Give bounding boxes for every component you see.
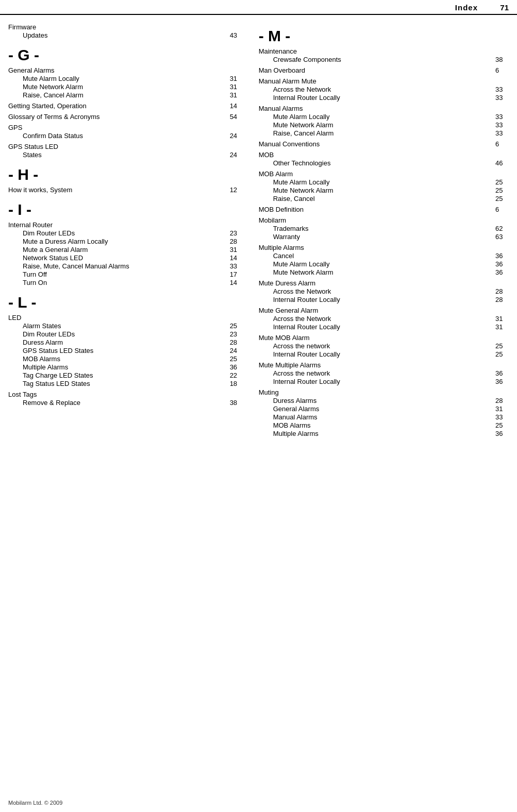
index-entry-top: Mute General Alarm: [259, 307, 509, 314]
index-entry-top: Man Overboard6: [259, 66, 509, 74]
entry-label: General Alarms: [8, 66, 243, 74]
index-entry-sub: Raise, Cancel Alarm33: [259, 129, 509, 137]
index-entry-top: Mute MOB Alarm: [259, 334, 509, 342]
index-entry-sub: Internal Router Locally28: [259, 296, 509, 303]
index-entry-sub: General Alarms31: [259, 405, 509, 413]
entry-label: Across the network: [273, 342, 492, 350]
entry-label: Raise, Cancel: [273, 195, 492, 202]
entry-label: General Alarms: [273, 405, 492, 413]
index-entry-sub: Mute Network Alarm36: [259, 268, 509, 276]
entry-page: 33: [492, 121, 509, 129]
entry-page: 28: [492, 287, 509, 295]
entry-page: 28: [227, 339, 243, 346]
section-header: - M -: [259, 27, 509, 44]
entry-page: 31: [492, 323, 509, 331]
index-entry-sub: Warranty63: [259, 233, 509, 241]
entry-page: 36: [492, 430, 509, 437]
entry-label: Mute MOB Alarm: [259, 334, 509, 342]
footer-text: Mobilarm Ltd. © 2009: [8, 800, 62, 806]
entry-page: 25: [492, 350, 509, 358]
index-entry-sub: Trademarks62: [259, 225, 509, 232]
index-entry-top: How it works, System12: [8, 186, 243, 194]
entry-label: Firmware: [8, 23, 243, 31]
index-entry-top: Manual Alarms: [259, 105, 509, 112]
index-entry-top: MOB Alarm: [259, 170, 509, 178]
entry-page: 31: [227, 246, 243, 253]
entry-label: Other Technologies: [273, 159, 492, 167]
index-entry-top: Manual Conventions6: [259, 140, 509, 148]
index-entry-top: Maintenance: [259, 47, 509, 55]
entry-page: 33: [492, 86, 509, 93]
index-entry-top: GPS Status LED: [8, 143, 243, 150]
entry-label: Manual Alarm Mute: [259, 77, 509, 85]
entry-label: Turn Off: [23, 270, 227, 278]
entry-label: Mute Multiple Alarms: [259, 361, 509, 369]
index-entry-sub: Raise, Mute, Cancel Manual Alarms33: [8, 262, 243, 270]
entry-page: 33: [492, 129, 509, 137]
index-entry-sub: Across the network36: [259, 369, 509, 377]
entry-page: 23: [227, 330, 243, 338]
index-entry-sub: MOB Alarms25: [259, 421, 509, 429]
index-entry-top: Getting Started, Operation14: [8, 102, 243, 110]
index-entry-sub: Cancel36: [259, 252, 509, 260]
index-entry-top: LED: [8, 314, 243, 322]
index-entry-sub: Duress Alarms28: [259, 397, 509, 404]
entry-label: Network Status LED: [23, 254, 227, 262]
entry-page: 28: [227, 238, 243, 245]
index-entry-sub: Mute Alarm Locally25: [259, 178, 509, 186]
entry-label: How it works, System: [8, 186, 227, 194]
entry-label: Internal Router Locally: [273, 378, 492, 385]
entry-label: MOB Definition: [259, 206, 492, 213]
entry-label: LED: [8, 314, 243, 322]
entry-page: 25: [492, 421, 509, 429]
entry-page: 22: [227, 371, 243, 379]
entry-label: Across the Network: [273, 287, 492, 295]
index-entry-sub: Internal Router Locally36: [259, 378, 509, 385]
page-container: Index 71 FirmwareUpdates43- G -General A…: [0, 0, 517, 812]
entry-page: 6: [492, 140, 509, 148]
index-entry-top: Muting: [259, 388, 509, 396]
entry-label: Across the network: [273, 369, 492, 377]
index-entry-sub: Manual Alarms33: [259, 413, 509, 421]
entry-page: 12: [227, 186, 243, 194]
section-header: - L -: [8, 294, 243, 311]
index-entry-top: MOB Definition6: [259, 206, 509, 213]
index-entry-sub: Crewsafe Components38: [259, 56, 509, 63]
entry-page: 31: [227, 83, 243, 91]
index-entry-top: Manual Alarm Mute: [259, 77, 509, 85]
entry-page: 23: [227, 229, 243, 237]
index-entry-sub: Confirm Data Status24: [8, 132, 243, 140]
entry-label: MOB Alarms: [23, 355, 227, 363]
entry-label: Internal Router: [8, 221, 243, 229]
entry-page: 36: [492, 252, 509, 260]
index-entry-sub: Raise, Cancel Alarm31: [8, 91, 243, 99]
entry-page: 38: [227, 399, 243, 407]
entry-label: Alarm States: [23, 322, 227, 330]
index-entry-top: Lost Tags: [8, 391, 243, 398]
entry-page: 17: [227, 270, 243, 278]
index-entry-top: Mute Multiple Alarms: [259, 361, 509, 369]
entry-page: 36: [492, 260, 509, 268]
page-header: Index 71: [0, 0, 517, 15]
entry-page: 24: [227, 132, 243, 140]
entry-page: 14: [227, 254, 243, 262]
entry-label: Raise, Cancel Alarm: [23, 91, 227, 99]
index-entry-top: GPS: [8, 124, 243, 131]
right-column: - M -MaintenanceCrewsafe Components38Man…: [254, 20, 509, 437]
entry-label: Warranty: [273, 233, 492, 241]
entry-page: 33: [492, 413, 509, 421]
entry-label: Mute Network Alarm: [273, 268, 492, 276]
left-column: FirmwareUpdates43- G -General AlarmsMute…: [8, 20, 254, 437]
entry-label: Updates: [23, 31, 227, 39]
index-entry-sub: Tag Charge LED States22: [8, 371, 243, 379]
entry-label: Mobilarm: [259, 216, 509, 224]
entry-page: 24: [227, 151, 243, 159]
entry-page: 28: [492, 296, 509, 303]
entry-page: 31: [492, 315, 509, 323]
entry-label: MOB Alarm: [259, 170, 509, 178]
index-entry-top: General Alarms: [8, 66, 243, 74]
entry-label: Mute a Duress Alarm Locally: [23, 238, 227, 245]
entry-page: 25: [492, 195, 509, 202]
entry-label: Internal Router Locally: [273, 323, 492, 331]
index-entry-sub: Mute a Duress Alarm Locally28: [8, 238, 243, 245]
